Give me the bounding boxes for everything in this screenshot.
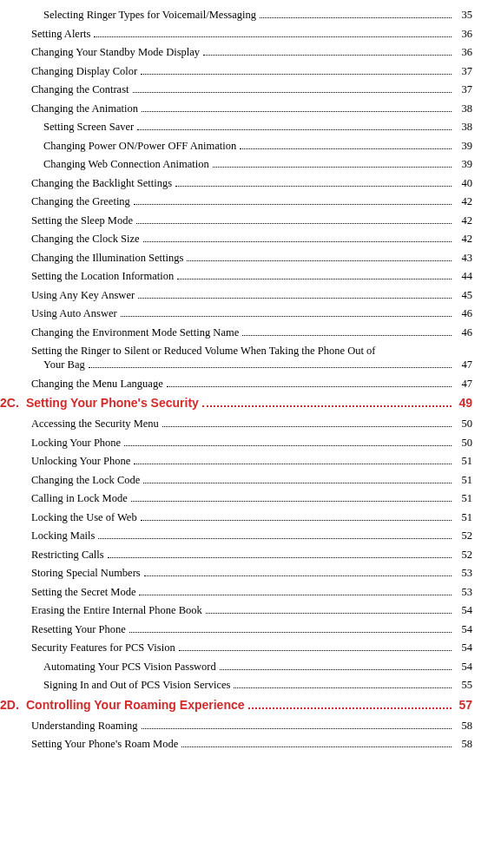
toc-entry-text: Restricting Calls (31, 549, 104, 562)
leader-dots (131, 495, 452, 503)
leader-dots (181, 740, 452, 748)
toc-entry-page: 50 (455, 437, 472, 450)
toc-entry-text: Changing Web Connection Animation (43, 158, 209, 171)
toc-entry: Accessing the Security Menu50 (0, 418, 472, 431)
leader-dots (234, 681, 452, 689)
toc-entry-page: 46 (455, 326, 472, 339)
leader-dots (139, 588, 452, 595)
leader-dots (142, 721, 452, 729)
toc-entry: Setting the Sleep Mode42 (0, 214, 472, 227)
toc-entry-text: Erasing the Entire Internal Phone Book (31, 604, 202, 617)
toc-entry-page: 40 (455, 177, 472, 190)
leader-dots (98, 532, 452, 540)
toc-entry-text: Accessing the Security Menu (31, 418, 159, 431)
toc-entry: Security Features for PCS Vision54 (0, 641, 472, 654)
toc-entry-text: Resetting Your Phone (31, 623, 126, 636)
toc-entry: Using Auto Answer46 (0, 307, 472, 320)
section-number: 2D. (0, 698, 26, 712)
toc-entry: Automating Your PCS Vision Password54 (0, 661, 472, 674)
toc-entry-page: 51 (455, 474, 472, 487)
toc-entry-text: Setting the Location Information (31, 270, 174, 283)
toc-entry: Locking Mails52 (0, 529, 472, 542)
toc-entry-text: Using Any Key Answer (31, 289, 135, 302)
toc-entry-text: Changing the Illumination Settings (31, 252, 183, 265)
leader-dots (144, 569, 452, 577)
toc-entry: Using Any Key Answer45 (0, 289, 472, 302)
toc-entry-page: 55 (455, 679, 472, 692)
leader-dots (136, 216, 452, 224)
leader-dots (138, 291, 452, 299)
section-title: Setting Your Phone's Security (26, 396, 199, 410)
toc-entry: Changing the Contrast37 (0, 83, 472, 96)
section-number: 2C. (0, 396, 26, 410)
toc-entry: Changing Power ON/Power OFF Animation39 (0, 140, 472, 153)
toc-entry: Changing the Illumination Settings43 (0, 252, 472, 265)
toc-entry: Restricting Calls52 (0, 549, 472, 562)
leader-dots (89, 361, 452, 369)
toc-entry-page: 58 (455, 720, 472, 733)
toc-entry-page: 42 (455, 233, 472, 246)
toc-entry: Setting Screen Saver38 (0, 121, 472, 134)
toc-entry-text: Changing the Backlight Settings (31, 177, 172, 190)
toc-entry: Changing the Clock Size42 (0, 233, 472, 246)
toc-entry: Changing Your Standby Mode Display36 (0, 46, 472, 59)
toc-entry-text: Changing the Greeting (31, 195, 130, 208)
toc-entry: Changing the Environment Mode Setting Na… (0, 326, 472, 339)
toc-entry-page: 36 (455, 46, 472, 59)
toc-entry: Locking Your Phone50 (0, 437, 472, 450)
leader-dots (167, 379, 452, 387)
toc-entry-page: 52 (455, 529, 472, 542)
toc-entry: Setting the Secret Mode53 (0, 586, 472, 599)
toc-entry: Changing Web Connection Animation39 (0, 158, 472, 171)
toc-entry-text: Locking Mails (31, 529, 95, 542)
toc-entry-page: 47 (455, 378, 472, 391)
section-page: 57 (455, 698, 472, 712)
toc-entry-page: 38 (455, 121, 472, 134)
toc-entry-text: Calling in Lock Mode (31, 492, 128, 505)
leader-dots (108, 550, 452, 558)
toc-entry-page: 38 (455, 102, 472, 115)
leader-dots (206, 607, 452, 615)
leader-dots (177, 273, 452, 280)
leader-dots (143, 235, 452, 243)
leader-dots (179, 644, 452, 652)
toc-entry-page: 54 (455, 604, 472, 617)
leader-dots (129, 625, 452, 633)
toc-entry: Erasing the Entire Internal Phone Book54 (0, 604, 472, 617)
toc-entry-page: 53 (455, 586, 472, 599)
leader-dots (134, 457, 452, 465)
toc-entry-page: 36 (455, 28, 472, 41)
toc-entry: Setting Your Phone's Roam Mode58 (0, 738, 472, 751)
toc-entry-page: 45 (455, 289, 472, 302)
toc-entry-text: Automating Your PCS Vision Password (43, 661, 216, 674)
toc-entry-text: Changing Power ON/Power OFF Animation (43, 140, 236, 153)
toc-entry-page: 44 (455, 270, 472, 283)
section-heading-2d: 2D. Controlling Your Roaming Experience … (0, 698, 472, 712)
toc-entry-text: Changing Display Color (31, 65, 137, 78)
toc-entry: Setting the Ringer to Silent or Reduced … (0, 345, 472, 372)
leader-dots (143, 476, 452, 483)
toc-entry: Locking the Use of Web51 (0, 511, 472, 524)
toc-entry-text: Selecting Ringer Types for Voicemail/Mes… (43, 9, 256, 22)
leader-dots (203, 49, 452, 56)
leader-dots (94, 30, 452, 37)
leader-dots (175, 179, 452, 187)
toc-entry: Changing the Lock Code51 (0, 474, 472, 487)
toc-entry-text: Changing the Clock Size (31, 233, 140, 246)
leader-dots (202, 405, 452, 407)
toc-entry-text: Setting the Secret Mode (31, 586, 135, 599)
leader-dots (187, 253, 452, 261)
toc-entry-page: 35 (455, 9, 472, 22)
leader-dots (242, 328, 452, 336)
toc-entry-page: 51 (455, 455, 472, 468)
toc-entry: Calling in Lock Mode51 (0, 492, 472, 505)
toc-entry-page: 51 (455, 492, 472, 505)
toc-entry: Changing the Backlight Settings40 (0, 177, 472, 190)
toc-entry-text: Unlocking Your Phone (31, 455, 130, 468)
section-heading-2c: 2C. Setting Your Phone's Security 49 (0, 396, 472, 410)
toc-entry-continuation: Your Bag47 (0, 358, 472, 372)
toc-entry-text: Setting the Sleep Mode (31, 214, 133, 227)
toc-entry: Signing In and Out of PCS Vision Service… (0, 679, 472, 692)
toc-entry-page: 54 (455, 641, 472, 654)
toc-entry: Changing Display Color37 (0, 65, 472, 78)
